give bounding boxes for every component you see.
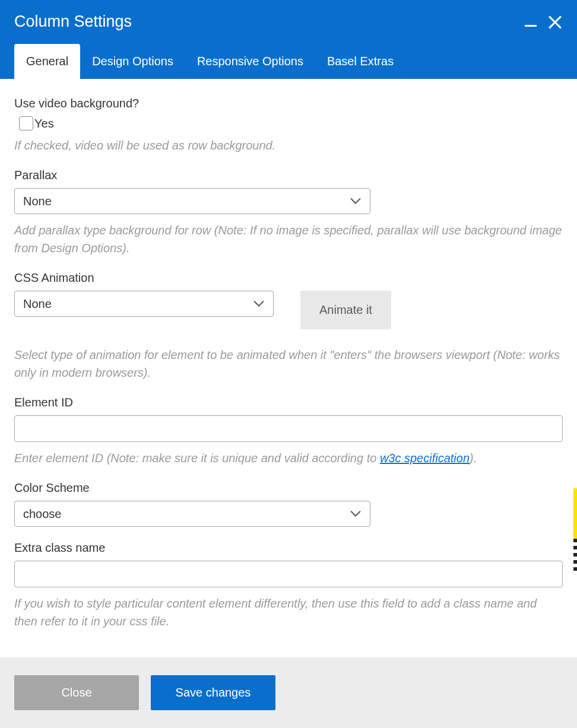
field-element-id: Element ID Enter element ID (Note: make …: [14, 396, 563, 467]
css-animation-select-wrapper: None: [14, 291, 274, 317]
css-animation-label: CSS Animation: [14, 271, 563, 285]
save-changes-button[interactable]: Save changes: [151, 675, 275, 710]
color-scheme-select-wrapper: choose: [14, 501, 370, 527]
color-scheme-label: Color Scheme: [14, 481, 563, 495]
video-background-checkbox[interactable]: [19, 116, 33, 131]
parallax-select-value: None: [23, 195, 52, 208]
css-animation-select[interactable]: None: [14, 291, 274, 317]
element-id-label: Element ID: [14, 396, 563, 409]
color-scheme-select[interactable]: choose: [14, 501, 370, 527]
side-dots-marker: [573, 539, 577, 572]
extra-class-input[interactable]: [14, 561, 563, 587]
close-button[interactable]: Close: [14, 675, 139, 710]
window-controls: [525, 14, 563, 30]
close-icon[interactable]: [547, 14, 563, 30]
animate-it-button[interactable]: Animate it: [300, 291, 391, 329]
css-animation-help: Select type of animation for element to …: [14, 346, 563, 382]
parallax-help: Add parallax type background for row (No…: [14, 221, 563, 257]
minimize-icon[interactable]: [525, 25, 537, 27]
color-scheme-select-value: choose: [23, 507, 62, 521]
element-id-help-prefix: Enter element ID (Note: make sure it is …: [14, 452, 380, 465]
element-id-help-suffix: ).: [470, 452, 477, 465]
video-background-checkbox-label: Yes: [34, 117, 54, 131]
field-parallax: Parallax None Add parallax type backgrou…: [14, 169, 563, 257]
video-background-help: If checked, video will be used as row ba…: [14, 136, 563, 154]
element-id-input[interactable]: [14, 415, 563, 442]
parallax-select-wrapper: None: [14, 188, 370, 214]
video-background-checkbox-row: Yes: [19, 116, 563, 131]
tab-responsive-options[interactable]: Responsive Options: [185, 44, 315, 79]
w3c-specification-link[interactable]: w3c specification: [380, 452, 470, 465]
extra-class-help: If you wish to style particular content …: [14, 595, 563, 630]
parallax-label: Parallax: [14, 169, 563, 182]
dialog-header: Column Settings General Design Options R…: [0, 0, 577, 79]
extra-class-label: Extra class name: [14, 541, 563, 555]
parallax-select[interactable]: None: [14, 188, 370, 214]
field-video-background: Use video background? Yes If checked, vi…: [14, 97, 563, 154]
field-css-animation: CSS Animation None Animate it Select typ…: [14, 271, 563, 382]
element-id-help: Enter element ID (Note: make sure it is …: [14, 449, 563, 467]
dialog-title: Column Settings: [14, 12, 132, 31]
dialog-footer: Close Save changes: [0, 657, 577, 728]
field-color-scheme: Color Scheme choose: [14, 481, 563, 527]
video-background-label: Use video background?: [14, 97, 563, 110]
field-extra-class: Extra class name If you wish to style pa…: [14, 541, 563, 630]
dialog-content: Use video background? Yes If checked, vi…: [0, 79, 577, 656]
tab-basel-extras[interactable]: Basel Extras: [315, 44, 405, 79]
side-accent-marker: [573, 488, 577, 539]
tab-general[interactable]: General: [14, 44, 80, 79]
tab-design-options[interactable]: Design Options: [80, 44, 185, 79]
css-animation-select-value: None: [23, 297, 52, 311]
tabs-bar: General Design Options Responsive Option…: [0, 44, 577, 79]
